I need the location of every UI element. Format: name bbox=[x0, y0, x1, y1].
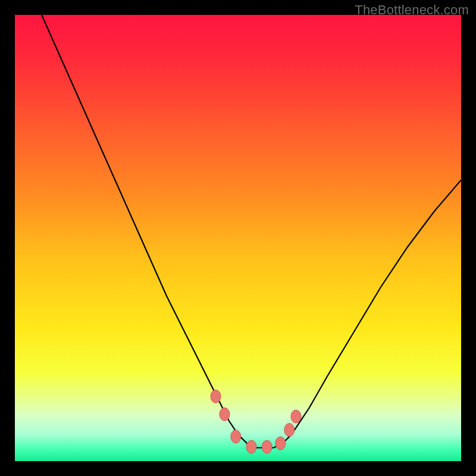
marker-point bbox=[220, 408, 230, 421]
marker-point bbox=[291, 410, 301, 423]
marker-point bbox=[231, 430, 241, 443]
marker-point bbox=[211, 390, 221, 403]
marker-point bbox=[262, 440, 272, 453]
marker-point bbox=[246, 440, 256, 453]
curve-layer bbox=[15, 15, 461, 461]
marker-point bbox=[275, 437, 286, 450]
marker-point bbox=[284, 424, 295, 437]
highlight-markers bbox=[211, 390, 301, 453]
watermark-text: TheBottleneck.com bbox=[355, 2, 469, 18]
bottleneck-curve bbox=[42, 15, 461, 448]
plot-area bbox=[15, 15, 461, 461]
chart-frame: TheBottleneck.com bbox=[0, 0, 476, 476]
